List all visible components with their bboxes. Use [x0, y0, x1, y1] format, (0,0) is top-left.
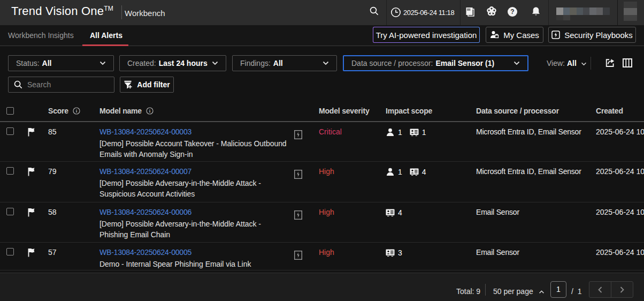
- svg-text:?: ?: [510, 8, 514, 16]
- svg-text:i: i: [149, 108, 150, 114]
- svg-text:i: i: [75, 108, 77, 114]
